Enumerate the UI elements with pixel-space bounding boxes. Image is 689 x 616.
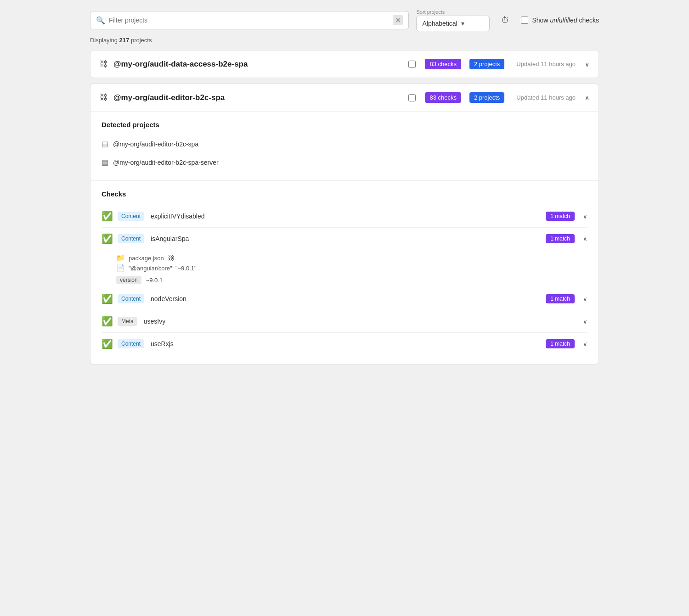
check-4-chevron: ∨ [583, 318, 587, 325]
folder-icon-2: ▤ [102, 158, 108, 167]
card-1-chevron: ∨ [585, 61, 589, 68]
detected-projects-title: Detected projects [102, 121, 587, 129]
filter-input-wrapper: 🔍 ✕ [90, 11, 409, 29]
file-content: "@angular/core": "~9.0.1" [129, 265, 197, 272]
sort-label: Sort projects [416, 9, 490, 15]
check-name-1: explicitIVYdisabled [151, 213, 541, 220]
search-icon: 🔍 [96, 16, 105, 25]
check-1-chevron: ∨ [583, 213, 587, 220]
detected-project-item-1: ▤ @my-org/audit-editor-b2c-spa [102, 135, 587, 153]
version-value: ~9.0.1 [146, 277, 163, 284]
sort-value: Alphabetical [422, 20, 457, 27]
detected-project-item-2: ▤ @my-org/audit-editor-b2c-spa-server [102, 153, 587, 171]
card-1-updated: Updated 11 hours ago [516, 61, 576, 67]
check-match-badge-5: 1 match [546, 339, 575, 348]
card-1-checkbox[interactable] [408, 61, 416, 68]
project-card-1: ⛓ @my-org/audit-data-access-b2e-spa 83 c… [90, 50, 599, 78]
link-icon-file[interactable]: ⛓ [168, 254, 174, 262]
detected-projects-section: Detected projects ▤ @my-org/audit-editor… [90, 111, 599, 180]
link-icon: ⛓ [100, 59, 108, 69]
card-1-title: @my-org/audit-data-access-b2e-spa [113, 60, 403, 69]
folder-icon-1: ▤ [102, 140, 108, 148]
project-card-2: ⛓ @my-org/audit-editor-b2c-spa 83 checks… [90, 84, 599, 364]
check-item-3: ✅ Content nodeVersion 1 match ∨ [102, 288, 587, 310]
sort-wrapper: Sort projects Alphabetical ▾ [416, 9, 490, 31]
card-1-checks-badge: 83 checks [425, 59, 461, 69]
file-folder-icon: 📁 [116, 254, 125, 262]
detected-project-name-1: @my-org/audit-editor-b2c-spa [113, 140, 198, 148]
check-match-badge-3: 1 match [546, 294, 575, 303]
project-count: 217 [119, 37, 130, 44]
check-item-2: ✅ Content isAngularSpa 1 match ∧ [102, 228, 587, 250]
check-item-5: ✅ Content useRxjs 1 match ∨ [102, 333, 587, 355]
card-2-checkbox[interactable] [408, 94, 416, 101]
toolbar: 🔍 ✕ Sort projects Alphabetical ▾ ⏱ Show … [90, 9, 599, 31]
check-icon-5: ✅ [102, 338, 113, 349]
check-file-row: 📁 package.json ⛓ [116, 254, 587, 262]
sort-chevron-icon: ▾ [461, 20, 484, 27]
check-2-chevron: ∧ [583, 235, 587, 242]
checks-title: Checks [102, 190, 587, 198]
sort-select[interactable]: Alphabetical ▾ [416, 16, 490, 31]
card-2-checks-badge: 83 checks [425, 92, 461, 103]
displaying-count: Displaying 217 projects [90, 37, 599, 44]
version-tag: version [116, 276, 141, 284]
check-name-2: isAngularSpa [151, 235, 541, 242]
card-2-chevron: ∧ [585, 94, 589, 101]
unfulfilled-checkbox[interactable] [521, 17, 528, 24]
card-1-projects-badge: 2 projects [469, 59, 504, 69]
check-match-badge-1: 1 match [546, 212, 575, 221]
card-2-title: @my-org/audit-editor-b2c-spa [113, 93, 403, 102]
filter-input[interactable] [109, 17, 389, 24]
check-2-expanded: 📁 package.json ⛓ 📄 "@angular/core": "~9.… [102, 250, 587, 288]
check-name-3: nodeVersion [151, 295, 541, 302]
check-icon-3: ✅ [102, 293, 113, 304]
file-name: package.json [129, 255, 164, 262]
check-item-4: ✅ Meta usesIvy ∨ [102, 310, 587, 333]
unfulfilled-em: unfulfilled [550, 17, 577, 24]
refresh-icon: ⏱ [501, 16, 509, 25]
detected-project-name-2: @my-org/audit-editor-b2c-spa-server [113, 159, 219, 166]
check-icon-2: ✅ [102, 233, 113, 244]
check-name-4: usesIvy [144, 318, 357, 325]
unfulfilled-wrapper: Show unfulfilled checks [521, 17, 599, 24]
check-item-2-wrapper: ✅ Content isAngularSpa 1 match ∧ 📁 packa… [102, 228, 587, 288]
card-1-header[interactable]: ⛓ @my-org/audit-data-access-b2e-spa 83 c… [90, 50, 599, 78]
link-icon-2: ⛓ [100, 93, 108, 102]
card-2-projects-badge: 2 projects [469, 92, 504, 103]
check-type-badge-4: Meta [118, 317, 137, 326]
check-item-1: ✅ Content explicitIVYdisabled 1 match ∨ [102, 205, 587, 228]
version-row: version ~9.0.1 [116, 274, 587, 284]
check-3-chevron: ∨ [583, 296, 587, 302]
check-icon-4: ✅ [102, 316, 113, 327]
check-file-content-row: 📄 "@angular/core": "~9.0.1" [116, 264, 587, 272]
file-content-icon: 📄 [116, 264, 125, 272]
checks-section: Checks ✅ Content explicitIVYdisabled 1 m… [90, 180, 599, 364]
card-2-header[interactable]: ⛓ @my-org/audit-editor-b2c-spa 83 checks… [90, 84, 599, 111]
card-2-updated: Updated 11 hours ago [516, 94, 576, 101]
check-name-5: useRxjs [151, 340, 541, 347]
check-type-badge-2: Content [118, 234, 144, 243]
check-match-badge-2: 1 match [546, 234, 575, 243]
check-type-badge-1: Content [118, 212, 144, 221]
check-type-badge-5: Content [118, 339, 144, 348]
check-5-chevron: ∨ [583, 341, 587, 347]
refresh-button[interactable]: ⏱ [497, 12, 514, 28]
unfulfilled-label: Show unfulfilled checks [532, 17, 599, 24]
clear-filter-button[interactable]: ✕ [393, 15, 403, 25]
check-icon-1: ✅ [102, 211, 113, 222]
check-type-badge-3: Content [118, 294, 144, 303]
